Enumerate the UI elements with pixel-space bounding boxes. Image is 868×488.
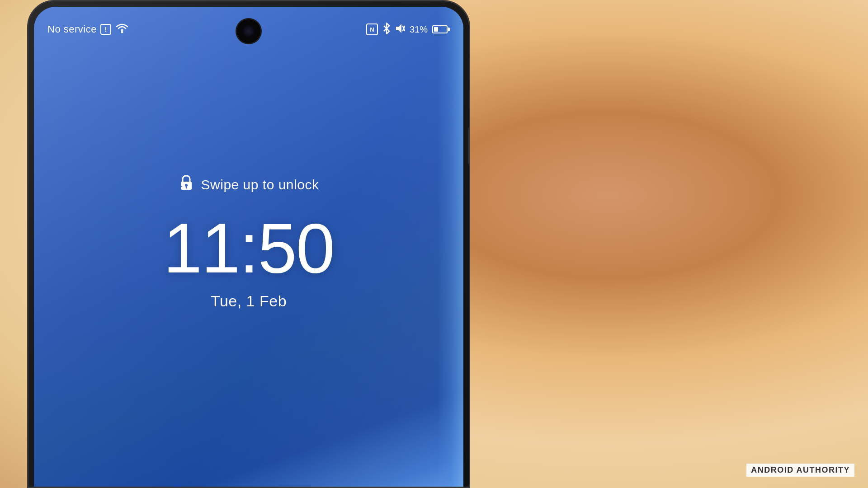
side-button[interactable] bbox=[468, 128, 470, 164]
swipe-unlock-text: Swipe up to unlock bbox=[201, 177, 319, 192]
battery-fill bbox=[434, 27, 438, 32]
phone-screen: No service ! N bbox=[34, 7, 463, 487]
watermark-brand: ANDROID AUTHORITY bbox=[746, 464, 854, 477]
no-service-label: No service bbox=[47, 23, 97, 35]
bluetooth-icon bbox=[382, 23, 391, 37]
phone-frame: No service ! N bbox=[27, 0, 488, 488]
nfc-icon: N bbox=[366, 23, 378, 35]
phone-body: No service ! N bbox=[27, 0, 470, 488]
lockscreen-content: Swipe up to unlock 11:50 Tue, 1 Feb bbox=[34, 7, 463, 487]
date-display: Tue, 1 Feb bbox=[211, 292, 287, 310]
wifi-icon bbox=[115, 22, 129, 37]
battery-tip bbox=[448, 28, 450, 31]
watermark: ANDROID AUTHORITY bbox=[746, 464, 854, 477]
alert-icon: ! bbox=[100, 24, 111, 35]
mute-icon bbox=[395, 23, 405, 36]
battery-percent: 31% bbox=[410, 24, 428, 35]
camera-cutout bbox=[237, 19, 260, 43]
camera-lens bbox=[242, 24, 255, 38]
battery-body bbox=[432, 25, 448, 33]
lock-icon bbox=[179, 174, 194, 195]
swipe-unlock-row: Swipe up to unlock bbox=[179, 174, 319, 195]
battery-icon bbox=[432, 25, 450, 33]
svg-point-0 bbox=[121, 31, 123, 33]
status-bar-right: N 31% bbox=[366, 23, 450, 37]
status-bar-left: No service ! bbox=[47, 22, 129, 37]
time-display: 11:50 bbox=[163, 213, 334, 283]
